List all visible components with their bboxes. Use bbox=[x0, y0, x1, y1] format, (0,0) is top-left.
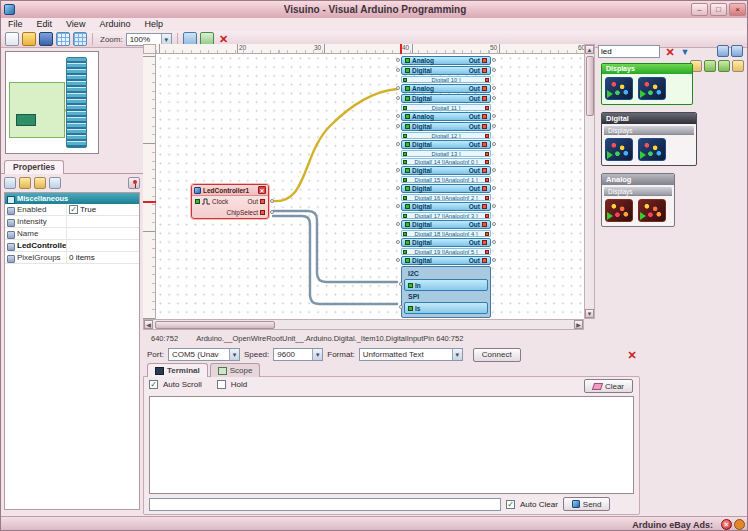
analog-led-display-icon[interactable] bbox=[605, 199, 633, 222]
arduino-component[interactable]: AnalogOutDigitalOutDigital[ 10 ]AnalogOu… bbox=[401, 56, 491, 318]
menu-item-view[interactable]: View bbox=[59, 18, 92, 31]
arduino-caption-row[interactable]: Digital[ 10 ] bbox=[401, 76, 491, 83]
input-pin[interactable] bbox=[405, 68, 410, 73]
close-button[interactable]: × bbox=[729, 3, 746, 16]
input-pin[interactable] bbox=[405, 222, 410, 227]
pin-connector-right[interactable] bbox=[492, 168, 496, 172]
send-button[interactable]: Send bbox=[563, 497, 611, 511]
pin-connector-right[interactable] bbox=[492, 142, 496, 146]
dock-panel-icon[interactable] bbox=[731, 45, 743, 57]
output-pin[interactable] bbox=[485, 250, 489, 254]
output-pin[interactable] bbox=[485, 160, 489, 164]
input-pin[interactable] bbox=[403, 106, 407, 110]
property-value[interactable]: 0 items bbox=[67, 252, 139, 263]
category-header[interactable]: Digital bbox=[602, 113, 696, 124]
component-search-input[interactable] bbox=[598, 45, 660, 58]
pin-connector-left[interactable] bbox=[396, 58, 400, 62]
property-value[interactable]: ✓True bbox=[67, 204, 139, 215]
property-row[interactable]: Intensity bbox=[5, 216, 139, 228]
analog-led-editor-icon[interactable] bbox=[638, 199, 666, 222]
pin-connector-right[interactable] bbox=[492, 96, 496, 100]
pin-connector-left[interactable] bbox=[396, 114, 400, 118]
arduino-caption-row[interactable]: Digital[ 19 ]|AnalogIn[ 5 ] bbox=[401, 248, 491, 255]
design-overview[interactable] bbox=[5, 51, 99, 154]
input-pin[interactable] bbox=[405, 124, 410, 129]
pin-connector-left[interactable] bbox=[396, 240, 400, 244]
maximize-button[interactable]: □ bbox=[710, 3, 727, 16]
output-pin[interactable] bbox=[482, 168, 487, 173]
output-pin[interactable] bbox=[482, 86, 487, 91]
output-pin[interactable] bbox=[482, 96, 487, 101]
input-pin[interactable] bbox=[403, 78, 407, 82]
collapse-all-icon[interactable] bbox=[49, 177, 61, 189]
arduino-caption-row[interactable]: Digital[ 15 ]|AnalogIn[ 1 ] bbox=[401, 176, 491, 183]
tab-scope[interactable]: Scope bbox=[210, 363, 261, 377]
input-pin[interactable] bbox=[403, 152, 407, 156]
arduino-pin-row[interactable]: AnalogOut bbox=[401, 56, 491, 65]
input-pin[interactable] bbox=[405, 186, 410, 191]
expand-all-icon[interactable] bbox=[34, 177, 46, 189]
output-pin[interactable] bbox=[482, 58, 487, 63]
clear-button[interactable]: Clear bbox=[584, 379, 633, 393]
arduino-pin-row[interactable]: DigitalOut bbox=[401, 66, 491, 75]
arduino-pin-row[interactable]: DigitalOut bbox=[401, 220, 491, 229]
arduino-caption-row[interactable]: Digital[ 18 ]|AnalogIn[ 4 ] bbox=[401, 230, 491, 237]
input-pin[interactable] bbox=[405, 240, 410, 245]
design-canvas[interactable]: AnalogOutDigitalOutDigital[ 10 ]AnalogOu… bbox=[156, 54, 584, 319]
arduino-caption-row[interactable]: Digital[ 11 ] bbox=[401, 104, 491, 111]
pin-connector-left[interactable] bbox=[396, 96, 400, 100]
out-output-pin[interactable] bbox=[260, 199, 265, 204]
pin-connector-right[interactable] bbox=[492, 240, 496, 244]
subcategory-header[interactable]: Displays bbox=[604, 187, 672, 196]
output-pin[interactable] bbox=[482, 124, 487, 129]
pin-connector-left[interactable] bbox=[399, 282, 403, 286]
output-pin[interactable] bbox=[482, 240, 487, 245]
arduino-pin-row[interactable]: DigitalOut bbox=[401, 94, 491, 103]
pin-connector[interactable] bbox=[270, 199, 274, 203]
ledcontroller-component[interactable]: LedController1 ✕ Clock Out ChipSelect bbox=[191, 184, 269, 219]
pin-connector-left[interactable] bbox=[396, 124, 400, 128]
pin-connector-right[interactable] bbox=[492, 86, 496, 90]
close-panel-icon[interactable] bbox=[625, 348, 639, 362]
pin-connector-right[interactable] bbox=[492, 258, 496, 262]
clock-pin-row[interactable]: Clock Out bbox=[192, 196, 268, 207]
horizontal-scroll-thumb[interactable] bbox=[155, 321, 275, 329]
digital-led-display-icon[interactable] bbox=[605, 138, 633, 161]
scroll-right-icon[interactable]: ▶ bbox=[574, 320, 583, 329]
checkbox-checked-icon[interactable]: ✓ bbox=[69, 205, 78, 214]
output-pin[interactable] bbox=[485, 232, 489, 236]
input-pin[interactable] bbox=[408, 283, 413, 288]
input-pin[interactable] bbox=[403, 214, 407, 218]
sort-alpha-icon[interactable] bbox=[4, 177, 16, 189]
input-pin[interactable] bbox=[403, 250, 407, 254]
ads-info-icon[interactable] bbox=[734, 519, 745, 530]
pin-connector[interactable] bbox=[270, 210, 274, 214]
arduino-caption-row[interactable]: Digital[ 17 ]|AnalogIn[ 3 ] bbox=[401, 212, 491, 219]
snap-grid-icon[interactable] bbox=[73, 32, 87, 46]
digital-led-editor-icon[interactable] bbox=[638, 138, 666, 161]
arduino-pin-row[interactable]: DigitalOut bbox=[401, 184, 491, 193]
pin-panel-icon[interactable] bbox=[128, 177, 140, 189]
arduino-pin-row[interactable]: AnalogOut bbox=[401, 112, 491, 121]
view-mode-icon[interactable] bbox=[717, 45, 729, 57]
clear-search-icon[interactable] bbox=[663, 45, 677, 58]
output-pin[interactable] bbox=[482, 186, 487, 191]
component-delete-icon[interactable]: ✕ bbox=[258, 186, 266, 194]
pin-connector-right[interactable] bbox=[492, 204, 496, 208]
auto-clear-checkbox[interactable]: ✓ bbox=[506, 500, 515, 509]
categorized-view-icon[interactable] bbox=[19, 177, 31, 189]
tab-terminal[interactable]: Terminal bbox=[147, 363, 208, 377]
pin-connector-right[interactable] bbox=[492, 186, 496, 190]
toggle-grid-icon[interactable] bbox=[56, 32, 70, 46]
vertical-scrollbar[interactable]: ▲ ▼ bbox=[584, 44, 595, 319]
pin-connector-left[interactable] bbox=[396, 86, 400, 90]
property-row[interactable]: LedController1 bbox=[5, 240, 139, 252]
pin-connector-right[interactable] bbox=[492, 58, 496, 62]
arduino-pin-row[interactable]: DigitalOut bbox=[401, 166, 491, 175]
property-row[interactable]: PixelGroups0 items bbox=[5, 252, 139, 264]
output-pin[interactable] bbox=[482, 68, 487, 73]
output-pin[interactable] bbox=[482, 142, 487, 147]
close-ads-icon[interactable] bbox=[721, 519, 732, 530]
output-pin[interactable] bbox=[482, 222, 487, 227]
led-matrix-editor-icon[interactable] bbox=[638, 77, 666, 100]
